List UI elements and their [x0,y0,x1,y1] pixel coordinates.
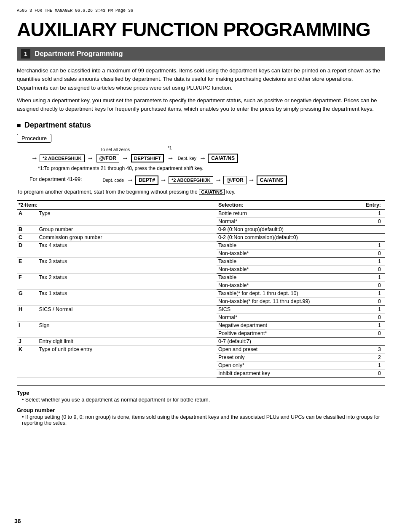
dept-code-label: Dept. code [102,178,124,183]
table-cell-letter: G [17,290,37,306]
table-cell-item: Type of unit price entry [37,346,217,378]
table-cell-entry: 0 [351,370,385,378]
table-cell-letter: B [17,226,37,234]
main-title: AUXILIARY FUNCTION PROGRAMMING [17,19,385,40]
table-cell-letter: F [17,274,37,290]
body-text-2: When using a department key, you must se… [17,96,385,113]
ca-at-ns-key: CA/AT/NS [208,154,238,163]
table-cell-selection: Normal* [217,218,351,226]
arrow2 [122,154,129,162]
table-cell-selection: Preset only [217,354,351,362]
table-cell-selection: Taxable [217,242,351,250]
table-cell-selection: Positive department* [217,330,351,338]
page: A505_3 FOR THE MANAGER 06.6.26 3:43 PM P… [0,0,402,532]
at-for-key: @/FOR [96,154,119,162]
type-note: • Select whether you use a department as… [22,397,385,403]
section1-title: Department Programming [35,50,123,58]
table-cell-selection: Non-taxable* [217,266,351,274]
table-cell-letter: K [17,346,37,378]
table-cell-entry: 1 [351,258,385,266]
table-cell-entry: 0 [351,298,385,306]
table-cell-entry: 1 [351,242,385,250]
header-text: A505_3 FOR THE MANAGER 06.6.26 3:43 PM P… [17,8,133,13]
table-cell-selection: Normal* [217,314,351,322]
table-cell-item: Tax 1 status [37,290,217,306]
header-bar: A505_3 FOR THE MANAGER 06.6.26 3:43 PM P… [17,8,385,15]
body-text-1: Merchandise can be classified into a max… [17,66,385,92]
table-cell-item: Tax 3 status [37,258,217,274]
at-for-key2: @/FOR [223,176,246,184]
ca-at-ns-key2: CA/AT/NS [257,176,287,185]
section-number: 1 [21,49,30,59]
table-cell-item: Tax 2 status [37,274,217,290]
ca-at-ns-inline: CA/AT/NS [199,189,225,195]
table-cell-letter: J [17,338,37,346]
note1: *1:To program departments 21 through 40,… [38,165,385,171]
type-title: Type [17,390,29,396]
table-cell-selection: Inhibit department key [217,370,351,378]
table-cell-entry: 1 [351,274,385,282]
dept-key-label: Dept. key [178,156,196,161]
table-cell-entry: 1 [351,362,385,370]
table-header-selection: Selection: [217,200,351,210]
table-cell-entry: 2 [351,354,385,362]
table-cell-item: Group number [37,226,217,234]
diagram-area: Procedure To set all zeros *1 → *2 ABCDE… [17,134,385,195]
table-cell-item: Type [37,210,217,226]
procedure-badge: Procedure [17,134,51,143]
page-number: 36 [14,518,21,524]
table-cell-letter: D [17,242,37,258]
arrow4 [199,154,206,162]
table-cell-selection: Non-taxable(* for dept. 11 thru dept.99) [217,298,351,306]
table-cell-letter: H [17,306,37,322]
star1-label: *1 [168,145,172,150]
table-cell-entry: 0 [351,266,385,274]
main-diagram-row: → *2 ABCDEFGHIJK @/FOR DEPTSHIFT Dept. k… [29,154,385,163]
table-cell-selection: Non-taxable* [217,282,351,290]
abcdefghijk-key2: *2 ABCDEFGHIJK [169,176,214,184]
table-cell-selection: Bottle return [217,210,351,218]
table-cell-entry: 1 [351,322,385,330]
table-cell-item: Sign [37,322,217,338]
table-cell-letter: I [17,322,37,338]
dept-status-title: Department status [17,121,385,130]
table-cell-letter: A [17,210,37,226]
table-cell-entry: 1 [351,210,385,218]
table-cell-entry: 0 [351,314,385,322]
table-cell-entry: 0 [351,218,385,226]
table-cell-item: Tax 4 status [37,242,217,258]
table-cell-entry: 3 [351,346,385,354]
table-cell-selection: 0-2 (0:Non commission)(default:0) [217,234,351,242]
program-note: To program another department, start fro… [17,189,385,195]
table-cell-selection: Open and preset [217,346,351,354]
table-cell-letter: C [17,234,37,242]
group-title-wrapper: Group number [17,407,385,413]
arrow1 [87,154,94,162]
bottom-divider [17,385,385,386]
table-cell-selection: 0-7 (default:7) [217,338,351,346]
table-cell-entry: 0 [351,330,385,338]
arrow-start: → [31,154,38,162]
table-cell-item: Entry digit limit [37,338,217,346]
table-cell-entry [351,234,385,242]
for-dept-label: For department 41-99: [29,176,82,182]
table-cell-entry [351,338,385,346]
group-note: • If group setting (0 to 9, 0: non group… [22,414,385,426]
table-cell-entry [351,226,385,234]
table-cell-selection: 0-9 (0:Non group)(default:0) [217,226,351,234]
table-cell-selection: SICS [217,306,351,314]
arrow3 [167,154,174,162]
table-cell-selection: Taxable(* for dept. 1 thru dept. 10) [217,290,351,298]
table-header-entry: Entry: [351,200,385,210]
dept41-diagram-row: Dept. code DEPT# *2 ABCDEFGHIJK @/FOR CA… [101,176,287,185]
dept-hash-key: DEPT# [135,176,158,185]
table-cell-entry: 0 [351,250,385,258]
table-cell-selection: Negative department [217,322,351,330]
abcdefghijk-key: *2 ABCDEFGHIJK [40,154,85,162]
table-cell-selection: Non-taxable* [217,250,351,258]
table-cell-selection: Open only* [217,362,351,370]
table-cell-letter: E [17,258,37,274]
table-cell-entry: 0 [351,282,385,290]
table-cell-entry: 1 [351,306,385,314]
table-cell-selection: Taxable [217,258,351,266]
